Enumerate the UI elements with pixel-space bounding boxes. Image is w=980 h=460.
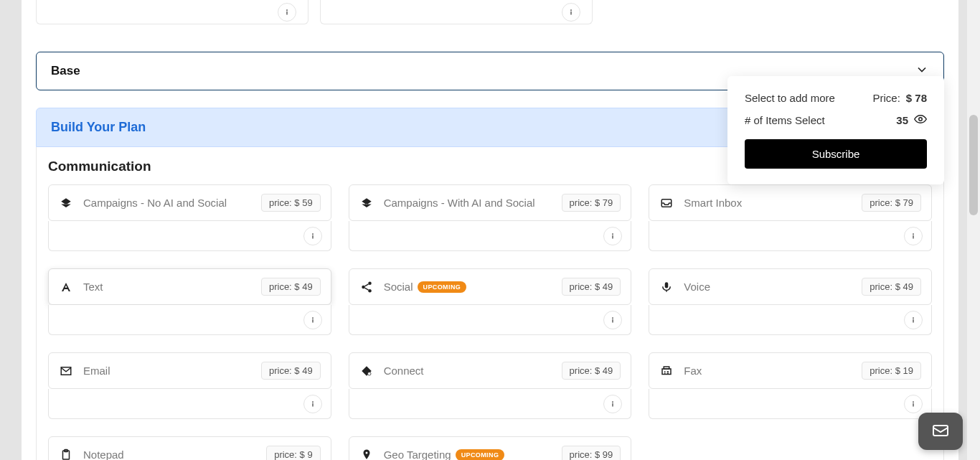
accordion-title: Base: [51, 64, 80, 78]
card-footer: [48, 305, 331, 335]
card-connect: Connect price: $ 49: [349, 352, 632, 419]
card-footer: [48, 389, 331, 419]
card-notepad: Notepad price: $ 9: [48, 436, 331, 460]
svg-point-9: [913, 233, 914, 235]
card-campaigns-ai: Campaigns - With AI and Social price: $ …: [349, 184, 632, 251]
price-tag: price: $ 49: [562, 362, 621, 380]
card-title: Smart Inbox: [684, 197, 852, 209]
svg-rect-17: [613, 319, 613, 323]
price-tag: price: $ 59: [261, 194, 321, 212]
svg-point-14: [362, 285, 365, 288]
scrollbar-thumb[interactable]: [969, 115, 978, 215]
svg-rect-3: [570, 11, 571, 15]
eye-icon[interactable]: [914, 113, 927, 128]
info-icon[interactable]: [904, 395, 923, 413]
campaign-icon: [359, 196, 374, 210]
svg-point-4: [312, 233, 314, 235]
info-icon[interactable]: [603, 227, 622, 245]
upcoming-badge: UPCOMING: [456, 449, 505, 461]
card-header[interactable]: Smart Inbox price: $ 79: [649, 184, 932, 221]
price-tag: price: $ 79: [562, 194, 621, 212]
info-icon[interactable]: [303, 227, 322, 245]
price-tag: price: $ 49: [261, 278, 321, 296]
chat-widget-button[interactable]: [918, 413, 963, 450]
svg-point-11: [312, 317, 314, 319]
share-icon: [359, 280, 374, 294]
text-icon: [59, 280, 73, 294]
microphone-icon: [659, 280, 674, 294]
subscribe-button[interactable]: Subscribe: [745, 139, 927, 169]
card-smart-inbox: Smart Inbox price: $ 79: [649, 184, 932, 251]
envelope-icon: [59, 364, 73, 378]
card-header[interactable]: Email price: $ 49: [48, 352, 331, 389]
svg-point-15: [368, 289, 372, 293]
clipboard-icon: [59, 448, 73, 461]
card-header[interactable]: Text price: $ 49: [48, 268, 331, 305]
card-social: Social UPCOMING price: $ 49: [349, 268, 632, 335]
card-footer: [349, 389, 632, 419]
svg-point-21: [312, 401, 314, 403]
svg-point-0: [286, 9, 288, 11]
card-title: Campaigns - No AI and Social: [83, 197, 251, 209]
info-icon[interactable]: [303, 311, 322, 329]
map-pin-icon: [359, 448, 374, 461]
info-icon[interactable]: [904, 311, 923, 329]
price-tag: price: $ 49: [261, 362, 321, 380]
svg-rect-5: [312, 235, 313, 239]
card-title: Text: [83, 281, 251, 293]
price-tag: price: $ 49: [562, 278, 621, 296]
svg-point-32: [919, 118, 923, 121]
svg-rect-22: [312, 403, 313, 407]
info-icon[interactable]: [278, 3, 296, 22]
info-icon[interactable]: [562, 3, 580, 22]
card-geo-targeting: Geo Targeting UPCOMING price: $ 99: [349, 436, 632, 460]
svg-rect-12: [312, 319, 313, 323]
svg-rect-1: [286, 11, 287, 15]
card-header[interactable]: Social UPCOMING price: $ 49: [349, 268, 632, 305]
card-email: Email price: $ 49: [48, 352, 331, 419]
scrollbar-track[interactable]: [967, 0, 980, 460]
info-icon[interactable]: [603, 311, 622, 329]
card-header[interactable]: Campaigns - No AI and Social price: $ 59: [48, 184, 331, 221]
svg-point-2: [570, 9, 572, 11]
svg-point-28: [913, 401, 914, 403]
card-title: Notepad: [83, 449, 256, 460]
info-icon[interactable]: [303, 395, 322, 413]
svg-rect-10: [913, 235, 913, 239]
card-header[interactable]: Notepad price: $ 9: [48, 436, 331, 460]
summary-items-count: 35: [896, 114, 908, 126]
card-header[interactable]: Campaigns - With AI and Social price: $ …: [349, 184, 632, 221]
svg-rect-20: [913, 319, 913, 323]
svg-rect-25: [613, 403, 613, 407]
card-title: Geo Targeting UPCOMING: [384, 449, 552, 460]
summary-select-more-label: Select to add more: [745, 92, 835, 104]
card-title: Social UPCOMING: [384, 281, 552, 293]
card-footer: [48, 221, 331, 251]
connect-icon: [359, 364, 374, 378]
card-header[interactable]: Geo Targeting UPCOMING price: $ 99: [349, 436, 632, 460]
card-title: Campaigns - With AI and Social: [384, 197, 552, 209]
price-tag: price: $ 99: [562, 446, 621, 460]
stub-row: [36, 0, 944, 24]
card-header[interactable]: Connect price: $ 49: [349, 352, 632, 389]
stub-card: [36, 0, 308, 24]
svg-rect-18: [665, 282, 669, 288]
svg-point-16: [612, 317, 613, 319]
feature-grid: Campaigns - No AI and Social price: $ 59…: [48, 184, 932, 460]
build-plan-body: Communication Campaigns - No AI and Soci…: [36, 147, 944, 460]
card-title: Voice: [684, 281, 852, 293]
fax-icon: [659, 364, 674, 378]
price-tag: price: $ 79: [862, 194, 921, 212]
svg-point-13: [368, 281, 372, 285]
price-tag: price: $ 49: [862, 278, 921, 296]
price-tag: price: $ 19: [862, 362, 921, 380]
card-header[interactable]: Voice price: $ 49: [649, 268, 932, 305]
card-text: Text price: $ 49: [48, 268, 331, 335]
info-icon[interactable]: [603, 395, 622, 413]
summary-items-label: # of Items Select: [745, 114, 825, 126]
summary-price-value: $ 78: [906, 92, 927, 104]
card-header[interactable]: Fax price: $ 19: [649, 352, 932, 389]
card-fax: Fax price: $ 19: [649, 352, 932, 419]
card-title: Connect: [384, 365, 552, 377]
info-icon[interactable]: [904, 227, 923, 245]
